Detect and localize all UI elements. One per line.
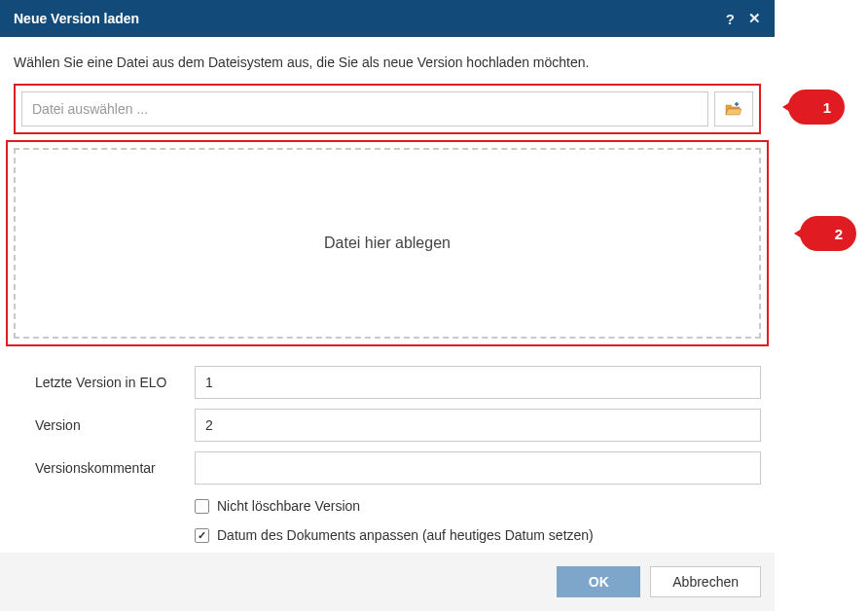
row-adjust-date: Datum des Dokuments anpassen (auf heutig… (195, 527, 761, 543)
file-dropzone[interactable]: Datei hier ablegen (14, 148, 761, 339)
checkbox-adjust-date[interactable] (195, 528, 209, 543)
instruction-text: Wählen Sie eine Datei aus dem Dateisyste… (0, 37, 775, 84)
row-version: Version (35, 409, 761, 442)
annotation-callout-2: 2 (800, 216, 856, 251)
dropzone-label: Datei hier ablegen (324, 234, 451, 252)
label-non-deletable: Nicht löschbare Version (217, 498, 360, 514)
input-comment[interactable] (195, 451, 761, 485)
callout-number-2: 2 (835, 226, 843, 242)
browse-button[interactable] (714, 91, 753, 126)
checkbox-non-deletable[interactable] (195, 499, 209, 514)
cancel-button[interactable]: Abbrechen (650, 566, 761, 597)
row-non-deletable: Nicht löschbare Version (195, 498, 761, 514)
dialog-body: Wählen Sie eine Datei aus dem Dateisyste… (0, 37, 775, 543)
dialog-footer: OK Abbrechen (0, 553, 775, 611)
file-select-row: Datei auswählen ... (14, 84, 761, 134)
annotation-callout-1: 1 (788, 90, 845, 125)
label-comment: Versionskommentar (35, 460, 195, 476)
close-icon[interactable]: ✕ (748, 10, 761, 27)
callout-number-1: 1 (823, 99, 831, 116)
file-path-input[interactable]: Datei auswählen ... (21, 91, 708, 126)
ok-button[interactable]: OK (557, 566, 640, 597)
label-last-version: Letzte Version in ELO (35, 375, 195, 390)
dialog-title: Neue Version laden (14, 11, 712, 26)
dialog-titlebar: Neue Version laden ? ✕ (0, 0, 775, 37)
input-last-version[interactable] (195, 366, 761, 399)
row-comment: Versionskommentar (35, 451, 761, 485)
help-icon[interactable]: ? (726, 11, 735, 27)
file-path-placeholder: Datei auswählen ... (32, 101, 148, 117)
folder-open-icon (725, 101, 742, 117)
input-version[interactable] (195, 409, 761, 442)
row-last-version: Letzte Version in ELO (35, 366, 761, 399)
label-version: Version (35, 417, 195, 433)
dropzone-highlight: Datei hier ablegen (6, 140, 769, 346)
form-area: Letzte Version in ELO Version Versionsko… (0, 346, 775, 543)
label-adjust-date: Datum des Dokuments anpassen (auf heutig… (217, 527, 594, 543)
